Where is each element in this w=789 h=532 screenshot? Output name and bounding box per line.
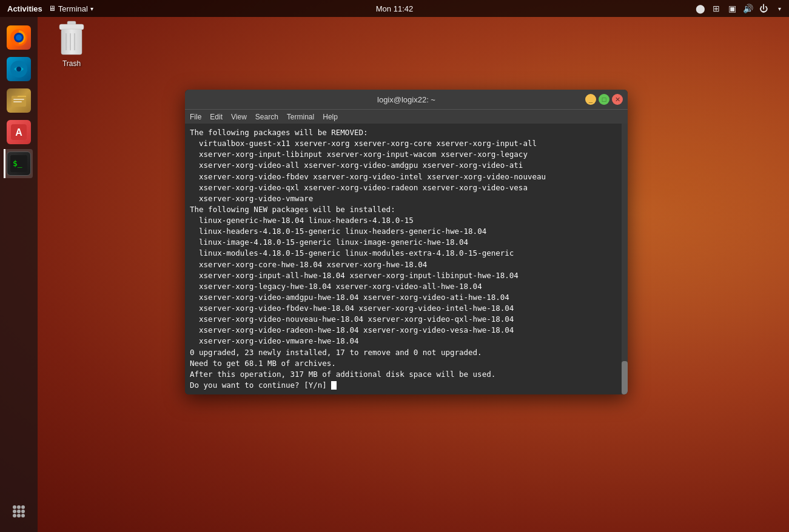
power-icon[interactable]: ⏻ [759,4,768,13]
appstore-icon: A [7,120,31,144]
app-name-label: Terminal [58,4,88,13]
svg-point-14 [21,505,25,509]
svg-rect-6 [13,99,24,100]
menu-help[interactable]: Help [323,113,338,121]
desktop: Activities 🖥 Terminal ▾ Mon 11:42 ⬤ ⊞ ▣ … [0,0,789,532]
sound-icon[interactable]: 🔊 [743,4,753,13]
terminal-window: logix@logix22: ~ _ □ ✕ File Edit View Se… [185,90,628,394]
svg-point-20 [21,514,25,517]
terminal-body[interactable]: The following packages will be REMOVED: … [185,124,628,394]
svg-point-4 [16,67,21,71]
menu-search[interactable]: Search [255,113,278,121]
active-app[interactable]: 🖥 Terminal ▾ [49,4,93,13]
network-icon[interactable]: ⊞ [711,4,721,13]
menu-view[interactable]: View [231,113,247,121]
svg-rect-22 [59,24,84,30]
terminal-title: logix@logix22: ~ [377,95,435,104]
terminal-titlebar: logix@logix22: ~ _ □ ✕ [185,90,628,109]
app-dropdown-icon[interactable]: ▾ [90,5,93,12]
minimize-button[interactable]: _ [585,94,596,105]
terminal-menubar: File Edit View Search Terminal Help [185,109,628,124]
svg-point-12 [13,505,16,509]
terminal-cursor [331,381,337,390]
topbar: Activities 🖥 Terminal ▾ Mon 11:42 ⬤ ⊞ ▣ … [0,0,789,17]
terminal-scrollbar-thumb[interactable] [622,361,628,394]
svg-text:$_: $_ [13,159,22,168]
svg-point-15 [13,510,16,513]
sidebar-item-terminal[interactable]: $_ [4,149,33,178]
svg-point-18 [13,514,16,517]
svg-rect-7 [13,101,22,102]
sidebar-item-files[interactable] [4,86,33,115]
terminal-output: The following packages will be REMOVED: … [190,127,623,391]
menu-terminal[interactable]: Terminal [287,113,314,121]
svg-point-16 [17,510,21,513]
terminal-app-icon: $_ [7,151,31,176]
files-icon [7,88,31,113]
svg-point-19 [17,514,21,517]
svg-rect-23 [61,29,82,55]
maximize-button[interactable]: □ [599,94,609,105]
sidebar-item-firefox[interactable] [4,23,33,52]
svg-point-13 [17,505,21,509]
thunderbird-icon [7,57,31,81]
svg-text:A: A [15,127,22,138]
camera-indicator-icon: ⬤ [696,4,705,13]
close-button[interactable]: ✕ [612,94,623,105]
svg-point-2 [16,35,22,41]
terminal-scrollbar[interactable] [622,124,628,394]
grid-apps-icon [7,499,31,524]
power-dropdown-icon[interactable]: ▾ [774,4,784,13]
clock: Mon 11:42 [376,4,413,13]
trash-label: Trash [62,59,81,68]
sidebar: A $_ [0,17,38,532]
svg-point-17 [21,510,25,513]
terminal-window-controls: _ □ ✕ [585,94,623,105]
sidebar-item-appstore[interactable]: A [4,118,33,147]
terminal-icon-small: 🖥 [49,4,56,13]
display-icon[interactable]: ▣ [727,4,737,13]
trash-desktop-icon[interactable]: Trash [55,21,89,68]
sidebar-item-show-apps[interactable] [4,497,33,526]
menu-edit[interactable]: Edit [210,113,223,121]
firefox-icon [7,25,31,50]
menu-file[interactable]: File [190,113,201,121]
trash-icon-image [55,21,89,57]
activities-button[interactable]: Activities [5,4,45,13]
sidebar-item-thunderbird[interactable] [4,55,33,84]
